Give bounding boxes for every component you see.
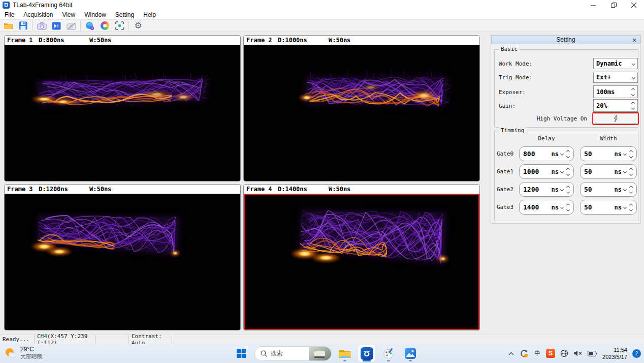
high-voltage-button[interactable] xyxy=(594,113,637,124)
gate0-width-field[interactable]: 50 ns xyxy=(580,146,637,161)
open-folder-icon[interactable] xyxy=(3,20,14,32)
sogou-icon[interactable]: S xyxy=(546,349,555,358)
chevron-up-icon[interactable] xyxy=(631,87,635,91)
chevron-up-icon[interactable] xyxy=(629,149,633,153)
weather-widget[interactable]: 29°C 大部晴朗 xyxy=(4,346,43,360)
trig-mode-select[interactable]: Ext+ xyxy=(593,72,638,83)
notification-badge[interactable]: 2 xyxy=(632,349,641,358)
unit-label: ns xyxy=(552,168,559,175)
search-placeholder: 搜索 xyxy=(271,349,283,358)
minimize-button[interactable] xyxy=(583,0,603,10)
frame-panel-3[interactable]: Frame 3 D:1200ns W:50ns xyxy=(4,184,241,330)
frame-header: Frame 4 D:1400ns W:50ns xyxy=(244,185,479,194)
frame-panel-2[interactable]: Frame 2 D:1000ns W:50ns xyxy=(243,35,480,182)
save-icon[interactable] xyxy=(17,20,28,32)
frame-title: Frame 3 xyxy=(7,186,39,193)
restore-button[interactable] xyxy=(603,0,624,10)
settings-titlebar[interactable]: Setting ✕ xyxy=(491,35,640,44)
menu-item-acquisition[interactable]: Acquisition xyxy=(19,10,57,19)
menu-item-help[interactable]: Help xyxy=(139,10,160,19)
gate2-delay-value: 1200 xyxy=(523,186,552,193)
gate0-label: Gate0 xyxy=(497,150,513,157)
work-mode-select[interactable]: Dynamic xyxy=(593,58,638,69)
close-button[interactable] xyxy=(624,0,644,10)
gear-icon[interactable]: ⚙ xyxy=(133,20,144,32)
chevron-down-icon[interactable] xyxy=(629,154,633,158)
frame-image[interactable] xyxy=(5,45,240,181)
gate1-width-field[interactable]: 50 ns xyxy=(580,164,637,179)
frame-image[interactable] xyxy=(244,194,479,330)
menu-item-window[interactable]: Window xyxy=(80,10,111,19)
battery-icon[interactable] xyxy=(588,351,597,356)
frame-panel-1[interactable]: Frame 1 D:800ns W:50ns xyxy=(4,35,241,182)
chevron-up-icon[interactable] xyxy=(631,101,635,105)
chevron-down-icon[interactable] xyxy=(623,188,627,191)
gate0-delay-field[interactable]: 800 ns xyxy=(519,146,574,161)
chevron-up-icon[interactable] xyxy=(566,167,570,171)
chevron-up-icon[interactable] xyxy=(566,149,570,153)
chevron-down-icon[interactable] xyxy=(566,190,570,193)
camera-off-icon[interactable] xyxy=(66,20,77,32)
taskbar-app-photos[interactable] xyxy=(402,345,419,362)
play-film-icon[interactable] xyxy=(51,20,62,32)
chevron-down-icon[interactable] xyxy=(623,205,627,209)
chevron-down-icon[interactable] xyxy=(631,106,635,109)
color-wheel-icon[interactable] xyxy=(99,20,110,32)
speaker-muted-icon[interactable] xyxy=(573,350,583,357)
status-spacer xyxy=(95,335,129,344)
search-input[interactable]: 搜索 xyxy=(254,346,332,361)
chevron-up-icon[interactable] xyxy=(508,351,514,356)
frame-image[interactable] xyxy=(244,45,479,181)
taskbar-app-file-explorer[interactable] xyxy=(336,345,353,362)
chevron-down-icon[interactable] xyxy=(631,92,635,96)
clock-date: 2023/5/17 xyxy=(602,353,627,360)
taskbar-app-paint[interactable] xyxy=(380,345,397,362)
chevron-down-icon[interactable] xyxy=(560,188,564,191)
ime-indicator[interactable]: 中 xyxy=(534,349,541,358)
start-button[interactable] xyxy=(233,345,250,362)
gate2-width-field[interactable]: 50 ns xyxy=(580,182,637,197)
frame-delay: D:800ns xyxy=(39,37,89,44)
chevron-up-icon[interactable] xyxy=(566,203,570,206)
chevron-down-icon[interactable] xyxy=(623,152,627,156)
gate2-width-value: 50 xyxy=(584,186,615,193)
focus-icon[interactable] xyxy=(114,20,125,32)
clock-widget[interactable]: 11:54 2023/5/17 xyxy=(602,346,627,361)
gate3-width-field[interactable]: 50 ns xyxy=(580,200,637,215)
globe-icon[interactable] xyxy=(560,349,568,357)
camera-icon[interactable] xyxy=(36,20,47,32)
chevron-up-icon[interactable] xyxy=(566,185,570,189)
chevron-up-icon[interactable] xyxy=(629,203,633,206)
menu-item-file[interactable]: File xyxy=(0,10,19,19)
menu-item-setting[interactable]: Setting xyxy=(111,10,139,19)
sync-icon[interactable] xyxy=(520,349,529,358)
gate2-delay-field[interactable]: 1200 ns xyxy=(519,182,574,197)
chevron-up-icon[interactable] xyxy=(629,167,633,171)
chevron-down-icon[interactable] xyxy=(560,205,564,209)
chevron-down-icon[interactable] xyxy=(566,154,570,158)
gate3-delay-field[interactable]: 1400 ns xyxy=(519,200,574,215)
chevron-down-icon[interactable] xyxy=(629,190,633,193)
chevron-down-icon[interactable] xyxy=(560,170,564,173)
chevron-down-icon[interactable] xyxy=(629,172,633,175)
unit-label: ns xyxy=(615,186,622,193)
search-highlight-image[interactable] xyxy=(309,347,331,361)
gain-spinner[interactable]: 20% xyxy=(593,99,638,112)
chevron-down-icon[interactable] xyxy=(560,152,564,156)
frame-image[interactable] xyxy=(5,194,240,330)
running-indicator xyxy=(387,360,390,361)
gate1-delay-field[interactable]: 1000 ns xyxy=(519,164,574,179)
chevron-down-icon[interactable] xyxy=(566,207,570,211)
taskbar-app-tlab-active[interactable]: Ʊ xyxy=(358,345,375,362)
chevron-down-icon[interactable] xyxy=(623,170,627,173)
chevron-down-icon[interactable] xyxy=(566,172,570,175)
chevron-up-icon[interactable] xyxy=(629,185,633,189)
sphere-settings-icon[interactable] xyxy=(84,20,95,32)
close-icon[interactable]: ✕ xyxy=(631,37,638,44)
exposer-spinner[interactable]: 100ms xyxy=(593,85,638,98)
frame-panel-4-selected[interactable]: Frame 4 D:1400ns W:50ns xyxy=(243,184,480,330)
chevron-down-icon[interactable] xyxy=(629,207,633,211)
work-mode-label: Work Mode: xyxy=(499,60,532,67)
gate1-label: Gate1 xyxy=(497,168,513,175)
menu-item-view[interactable]: View xyxy=(57,10,80,19)
